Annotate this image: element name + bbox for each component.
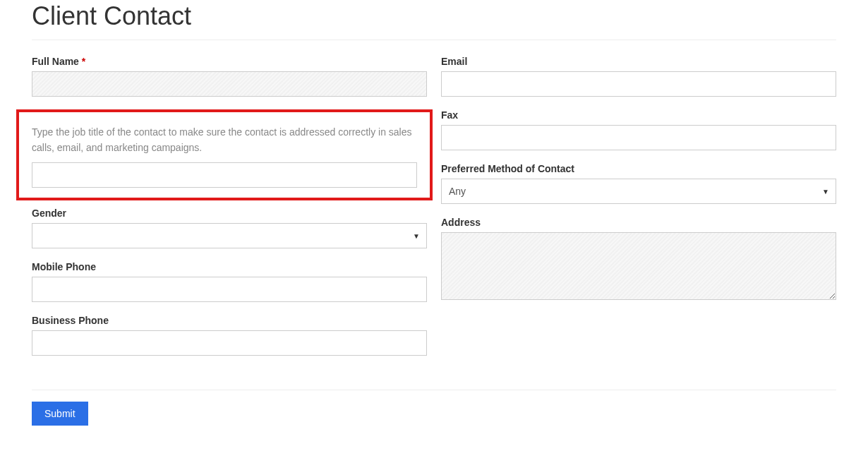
submit-button[interactable]: Submit xyxy=(32,402,88,426)
required-mark: * xyxy=(82,56,85,67)
address-textarea[interactable] xyxy=(441,232,836,300)
form-columns: Full Name * Type the job title of the co… xyxy=(32,56,836,368)
full-name-label: Full Name * xyxy=(32,56,427,67)
preferred-contact-label: Preferred Method of Contact xyxy=(441,163,836,174)
email-group: Email xyxy=(441,56,836,97)
full-name-label-text: Full Name xyxy=(32,56,79,67)
preferred-contact-select-wrap: Any ▼ xyxy=(441,179,836,204)
job-title-description: Type the job title of the contact to mak… xyxy=(32,125,417,155)
address-group: Address xyxy=(441,217,836,303)
email-label: Email xyxy=(441,56,836,67)
right-column: Email Fax Preferred Method of Contact An… xyxy=(441,56,836,368)
preferred-contact-select[interactable]: Any xyxy=(441,179,836,204)
divider-bottom xyxy=(32,390,836,390)
divider-top xyxy=(32,40,836,40)
gender-select-wrap: ▼ xyxy=(32,223,427,248)
business-phone-label: Business Phone xyxy=(32,315,427,326)
business-phone-group: Business Phone xyxy=(32,315,427,356)
gender-label: Gender xyxy=(32,208,427,219)
address-label: Address xyxy=(441,217,836,228)
mobile-phone-input[interactable] xyxy=(32,277,427,302)
full-name-group: Full Name * xyxy=(32,56,427,97)
gender-select[interactable] xyxy=(32,223,427,248)
mobile-phone-label: Mobile Phone xyxy=(32,261,427,272)
job-title-input[interactable] xyxy=(32,162,417,188)
page-title: Client Contact xyxy=(32,1,836,31)
mobile-phone-group: Mobile Phone xyxy=(32,261,427,302)
fax-label: Fax xyxy=(441,109,836,121)
full-name-input[interactable] xyxy=(32,71,427,97)
business-phone-input[interactable] xyxy=(32,330,427,356)
email-input[interactable] xyxy=(441,71,836,97)
job-title-highlight: Type the job title of the contact to mak… xyxy=(16,109,433,200)
preferred-contact-group: Preferred Method of Contact Any ▼ xyxy=(441,163,836,204)
fax-group: Fax xyxy=(441,109,836,150)
gender-group: Gender ▼ xyxy=(32,208,427,248)
left-column: Full Name * Type the job title of the co… xyxy=(32,56,427,368)
fax-input[interactable] xyxy=(441,125,836,150)
